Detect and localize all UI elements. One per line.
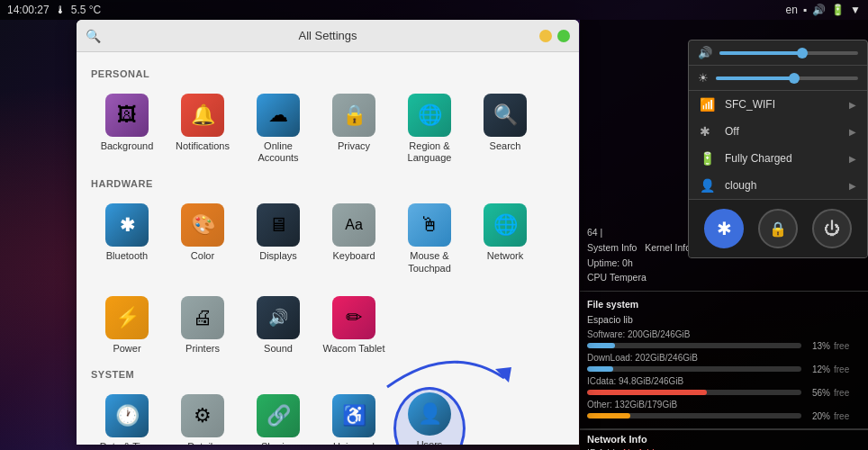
personal-grid: 🖼 Background 🔔 Notifications ☁ Online Ac… (91, 86, 565, 169)
displays-label: Displays (259, 250, 297, 262)
settings-titlebar: 🔍 All Settings (77, 20, 579, 52)
datetime-label: Date & Time (100, 441, 155, 445)
disk-icdata-fill (587, 390, 707, 395)
setting-sharing[interactable]: 🔗 Sharing (242, 387, 314, 445)
disk-download-fill (587, 366, 613, 372)
network-label: Network (487, 250, 523, 262)
disk-download-free: free (834, 364, 861, 374)
power-action-button[interactable]: ⏻ (812, 209, 852, 248)
maximize-button[interactable] (557, 30, 570, 42)
printers-icon: 🖨 (181, 296, 224, 339)
espacio-text: Espacio lib (587, 314, 633, 325)
section-personal: Personal (91, 68, 565, 79)
volume-thumb (797, 48, 808, 58)
setting-datetime[interactable]: 🕐 Date & Time (91, 387, 163, 445)
titlebar-controls (539, 30, 570, 42)
users-icon: 👤 (408, 392, 451, 436)
setting-users[interactable]: 👤 Users (393, 387, 466, 445)
setting-online-accounts[interactable]: ☁ Online Accounts (242, 86, 314, 169)
user-label: clough (725, 179, 840, 192)
setting-notifications[interactable]: 🔔 Notifications (167, 86, 239, 169)
lock-action-button[interactable]: 🔒 (758, 209, 798, 248)
notifications-icon: 🔔 (181, 94, 224, 137)
topbar-temp-icon: 🌡 (55, 4, 66, 16)
setting-displays[interactable]: 🖥 Displays (242, 196, 314, 279)
online-accounts-label: Online Accounts (246, 140, 311, 164)
brightness-track[interactable] (716, 76, 858, 80)
disk-icdata-pct: 56% (805, 388, 830, 398)
topbar-volume-icon: 🔊 (812, 4, 826, 16)
datetime-icon: 🕐 (105, 394, 149, 437)
brightness-fill (716, 76, 794, 80)
filesystem-header: File system (587, 297, 861, 312)
disk-download-label: DownLoad: 202GiB/246GiB (587, 353, 698, 363)
brightness-thumb (789, 73, 800, 84)
bluetooth-icon: ✱ (105, 203, 149, 247)
online-accounts-icon: ☁ (257, 94, 300, 137)
bluetooth-arrow-icon: ▶ (849, 127, 856, 137)
setting-color[interactable]: 🎨 Color (167, 196, 239, 279)
right-panel: 🔊 ☀ 📶 SFC_WIFI ▶ ✱ Off ▶ � (580, 20, 868, 450)
setting-network[interactable]: 🌐 Network (469, 196, 541, 279)
wifi-label: SFC_WIFI (725, 98, 840, 111)
disk-icdata-free: free (834, 388, 861, 398)
users-label: Users (417, 439, 443, 445)
wifi-item[interactable]: 📶 SFC_WIFI ▶ (689, 91, 867, 118)
setting-background[interactable]: 🖼 Background (91, 86, 163, 169)
dropdown-overlay: 🔊 ☀ 📶 SFC_WIFI ▶ ✱ Off ▶ � (688, 40, 868, 258)
disk-icdata-label: ICdata: 94.8GiB/246GiB (587, 376, 683, 386)
wacom-icon: ✏ (332, 296, 375, 339)
battery-label: Fully Charged (725, 152, 840, 165)
titlebar-search-button[interactable]: 🔍 (86, 29, 101, 43)
disk-download: DownLoad: 202GiB/246GiB (587, 353, 861, 363)
disk-other-pct: 20% (805, 411, 830, 421)
disk-software-label: Software: 200GiB/246GiB (587, 329, 691, 339)
disk-software-fill (587, 343, 615, 348)
setting-region[interactable]: 🌐 Region & Language (393, 86, 466, 169)
settings-action-button[interactable]: ✱ (704, 209, 744, 248)
setting-search[interactable]: 🔍 Search (469, 86, 541, 169)
battery-item[interactable]: 🔋 Fully Charged ▶ (689, 145, 867, 172)
mouse-label: Mouse & Touchpad (397, 250, 462, 274)
disk-other-label: Other: 132GiB/179GiB (587, 400, 677, 410)
setting-privacy[interactable]: 🔒 Privacy (318, 86, 390, 169)
volume-fill (719, 51, 802, 55)
setting-bluetooth[interactable]: ✱ Bluetooth (91, 196, 163, 279)
privacy-label: Privacy (338, 140, 370, 152)
setting-wacom[interactable]: ✏ Wacom Tablet (318, 289, 390, 360)
details-label: Details (187, 441, 218, 445)
disk-download-track (587, 366, 801, 372)
setting-keyboard[interactable]: Aa Keyboard (318, 196, 390, 279)
section-system: System (91, 369, 565, 380)
sys-header-text: 64 | (587, 227, 602, 238)
battery-icon: 🔋 (700, 151, 716, 166)
setting-details[interactable]: ⚙ Details (167, 387, 239, 445)
minimize-button[interactable] (539, 30, 552, 42)
setting-power[interactable]: ⚡ Power (91, 289, 163, 360)
disk-other-bar: 20% free (587, 411, 861, 421)
disk-download-pct: 12% (805, 364, 830, 374)
setting-mouse[interactable]: 🖱 Mouse & Touchpad (393, 196, 466, 279)
sysinfo-cpu-temp: CPU Tempera (587, 270, 861, 285)
volume-slider-icon: 🔊 (698, 46, 712, 59)
color-icon: 🎨 (181, 203, 224, 247)
topbar-menu-icon[interactable]: ▼ (850, 4, 861, 16)
setting-sound[interactable]: 🔊 Sound (242, 289, 314, 360)
topbar-right: en ▪ 🔊 🔋 ▼ (785, 4, 861, 16)
sound-label: Sound (264, 343, 293, 355)
topbar-power-icon: 🔋 (831, 4, 845, 16)
mouse-icon: 🖱 (408, 203, 451, 247)
sharing-icon: 🔗 (257, 394, 300, 437)
section-hardware: Hardware (91, 178, 565, 189)
keyboard-label: Keyboard (332, 250, 375, 262)
user-item[interactable]: 👤 clough ▶ (689, 172, 867, 199)
disk-software-track (587, 343, 801, 348)
setting-printers[interactable]: 🖨 Printers (167, 289, 239, 360)
ip-line: IP Addr: No Address (587, 446, 861, 450)
setting-universal[interactable]: ♿ Universal Access (318, 387, 390, 445)
network-section: Network Info IP Addr: No Address Down: 0… (580, 429, 868, 450)
bluetooth-item[interactable]: ✱ Off ▶ (689, 118, 867, 145)
volume-track[interactable] (719, 51, 858, 55)
disk-software: Software: 200GiB/246GiB (587, 329, 861, 339)
disk-other-fill (587, 413, 630, 418)
